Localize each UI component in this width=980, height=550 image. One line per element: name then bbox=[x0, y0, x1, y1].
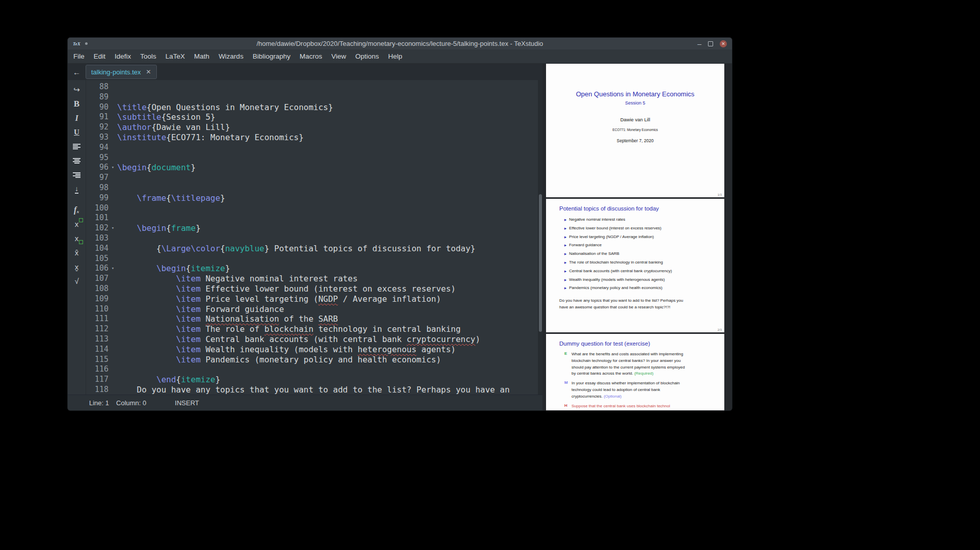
superscript-icon[interactable]: x bbox=[70, 217, 84, 231]
editor-line[interactable]: 108 \item Effective lower bound (interes… bbox=[86, 284, 538, 294]
line-number[interactable]: 101 bbox=[86, 213, 108, 223]
align-left-icon[interactable] bbox=[70, 140, 84, 153]
function-icon[interactable]: fₓ bbox=[70, 203, 84, 217]
line-number[interactable]: 103 bbox=[86, 233, 108, 244]
line-number[interactable]: 106 bbox=[86, 264, 108, 274]
menu-macros[interactable]: Macros bbox=[295, 49, 326, 63]
menu-wizards[interactable]: Wizards bbox=[214, 49, 248, 63]
line-number[interactable]: 116 bbox=[86, 364, 108, 375]
menu-help[interactable]: Help bbox=[384, 49, 407, 63]
fold-marker-icon[interactable]: ▾ bbox=[108, 223, 117, 233]
menu-tools[interactable]: Tools bbox=[135, 49, 161, 63]
italic-icon[interactable]: I bbox=[70, 111, 84, 125]
minimize-button[interactable]: – bbox=[697, 41, 701, 46]
editor-line[interactable]: 96▾\begin{document} bbox=[86, 163, 538, 173]
editor-line[interactable]: 117 \end{itemize} bbox=[86, 375, 538, 385]
align-right-icon[interactable] bbox=[70, 168, 84, 182]
editor-line[interactable]: 88 bbox=[86, 82, 538, 92]
editor-line[interactable]: 104 {\Large\color{navyblue} Potential to… bbox=[86, 244, 538, 254]
line-number[interactable]: 109 bbox=[86, 294, 108, 304]
line-number[interactable]: 104 bbox=[86, 244, 108, 254]
pdf-preview-pane[interactable]: Open Questions in Monetary Economics Ses… bbox=[542, 64, 732, 410]
menu-latex[interactable]: LaTeX bbox=[161, 49, 189, 63]
tab-talking-points[interactable]: talking-points.tex ✕ bbox=[86, 65, 157, 79]
line-number[interactable]: 96 bbox=[86, 163, 108, 173]
line-number[interactable]: 107 bbox=[86, 274, 108, 284]
line-number[interactable]: 100 bbox=[86, 203, 108, 214]
editor-scrollbar[interactable] bbox=[538, 80, 542, 395]
menu-bibliography[interactable]: Bibliography bbox=[248, 49, 295, 63]
editor-line[interactable]: 89 bbox=[86, 92, 538, 102]
code-editor[interactable]: 888990\title{Open Questions in Monetary … bbox=[86, 80, 538, 395]
redo-icon[interactable]: ↪ bbox=[70, 83, 84, 96]
editor-line[interactable]: 114 \item Wealth inequality (models with… bbox=[86, 345, 538, 355]
title-bar[interactable]: TeX /home/dawie/Dropbox/2020/Teaching/mo… bbox=[68, 38, 732, 49]
close-button[interactable]: ✕ bbox=[720, 40, 727, 47]
line-number[interactable]: 117 bbox=[86, 375, 108, 385]
status-insert-mode[interactable]: INSERT bbox=[175, 399, 199, 407]
fold-marker-icon[interactable]: ▾ bbox=[108, 163, 117, 173]
insert-linebreak-icon[interactable]: ↓ bbox=[70, 182, 84, 196]
editor-line[interactable]: 105 bbox=[86, 254, 538, 264]
editor-line[interactable]: 112 \item The role of blockchain technol… bbox=[86, 324, 538, 334]
line-number[interactable]: 92 bbox=[86, 122, 108, 133]
align-center-icon[interactable] bbox=[70, 154, 84, 168]
editor-line[interactable]: 102▾ \begin{frame} bbox=[86, 223, 538, 233]
editor-line[interactable]: 93\institute{ECO771: Monetary Economics} bbox=[86, 133, 538, 143]
editor-line[interactable]: 107 \item Negative nominal interest rate… bbox=[86, 274, 538, 284]
pdf-slide-topics[interactable]: Potential topics of discussion for today… bbox=[546, 199, 724, 332]
editor-line[interactable]: 106▾ \begin{itemize} bbox=[86, 264, 538, 274]
line-number[interactable]: 91 bbox=[86, 112, 108, 122]
editor-line[interactable]: 100 bbox=[86, 203, 538, 214]
line-number[interactable]: 97 bbox=[86, 173, 108, 183]
editor-line[interactable]: 90\title{Open Questions in Monetary Econ… bbox=[86, 102, 538, 113]
line-number[interactable]: 112 bbox=[86, 324, 108, 334]
line-number[interactable]: 111 bbox=[86, 314, 108, 324]
line-number[interactable]: 88 bbox=[86, 82, 108, 92]
editor-line[interactable]: 98 bbox=[86, 183, 538, 193]
underline-icon[interactable]: U bbox=[70, 125, 84, 139]
editor-line[interactable]: 110 \item Forward guidance bbox=[86, 304, 538, 315]
pdf-slide-questions[interactable]: Dummy question for test (exercise) EWhat… bbox=[546, 334, 724, 410]
menu-idefix[interactable]: Idefix bbox=[110, 49, 135, 63]
editor-line[interactable]: 91\subtitle{Session 5} bbox=[86, 112, 538, 122]
editor-line[interactable]: 103 bbox=[86, 233, 538, 244]
fold-marker-icon[interactable]: ▾ bbox=[108, 264, 117, 274]
sqrt-icon[interactable]: √ bbox=[70, 274, 84, 288]
back-icon[interactable]: ← bbox=[68, 68, 86, 76]
menu-file[interactable]: File bbox=[69, 49, 89, 63]
line-number[interactable]: 94 bbox=[86, 143, 108, 153]
editor-line[interactable]: 94 bbox=[86, 143, 538, 153]
line-number[interactable]: 110 bbox=[86, 304, 108, 315]
editor-line[interactable]: 111 \item Nationalisation of the SARB bbox=[86, 314, 538, 324]
editor-line[interactable]: 116 bbox=[86, 364, 538, 375]
restore-button[interactable] bbox=[708, 41, 713, 46]
pdf-slide-title-page[interactable]: Open Questions in Monetary Economics Ses… bbox=[546, 64, 724, 197]
line-number[interactable]: 118 bbox=[86, 385, 108, 395]
editor-line[interactable]: 101 bbox=[86, 213, 538, 223]
menu-options[interactable]: Options bbox=[350, 49, 384, 63]
subscript-icon[interactable]: x bbox=[70, 231, 84, 245]
menu-edit[interactable]: Edit bbox=[89, 49, 110, 63]
line-number[interactable]: 114 bbox=[86, 345, 108, 355]
line-number[interactable]: 105 bbox=[86, 254, 108, 264]
line-number[interactable]: 89 bbox=[86, 92, 108, 102]
editor-line[interactable]: 99 \frame{\titlepage} bbox=[86, 193, 538, 203]
line-number[interactable]: 115 bbox=[86, 355, 108, 365]
bold-icon[interactable]: B bbox=[70, 97, 84, 111]
editor-line[interactable]: 113 \item Central bank accounts (with ce… bbox=[86, 334, 538, 345]
underset-icon[interactable]: x̬ bbox=[70, 260, 84, 274]
line-number[interactable]: 102 bbox=[86, 223, 108, 233]
editor-scrollbar-thumb[interactable] bbox=[539, 194, 542, 332]
editor-line[interactable]: 97 bbox=[86, 173, 538, 183]
editor-line[interactable]: 109 \item Price level targeting (NGDP / … bbox=[86, 294, 538, 304]
editor-line[interactable]: 115 \item Pandemics (monetary policy and… bbox=[86, 355, 538, 365]
line-number[interactable]: 113 bbox=[86, 334, 108, 345]
line-number[interactable]: 93 bbox=[86, 133, 108, 143]
editor-line[interactable]: 92\author{Dawie van Lill} bbox=[86, 122, 538, 133]
editor-line[interactable]: 95 bbox=[86, 153, 538, 163]
menu-view[interactable]: View bbox=[326, 49, 350, 63]
line-number[interactable]: 98 bbox=[86, 183, 108, 193]
tab-close-icon[interactable]: ✕ bbox=[146, 68, 151, 75]
overset-icon[interactable]: x̂ bbox=[70, 246, 84, 259]
